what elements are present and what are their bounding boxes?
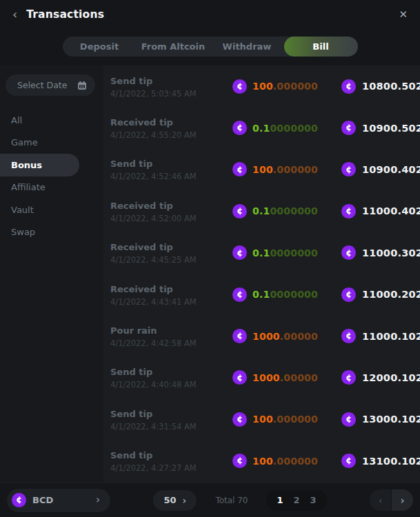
bcd-coin-icon: ¢	[341, 162, 356, 176]
footer-bar: ¢ BCD › 50 › Total 70 1 2 3 ‹ ›	[0, 483, 420, 517]
sidebar-item-bonus[interactable]: Bonus	[0, 154, 79, 176]
content-area: Select Date	[0, 65, 420, 483]
amount-decimals: .000000	[273, 81, 318, 92]
amount-integer: 100	[252, 414, 273, 425]
transaction-date: 4/1/2022, 4:42:58 AM	[110, 338, 232, 348]
transaction-date: 4/1/2022, 4:52:00 AM	[110, 214, 232, 223]
bcd-coin-icon: ¢	[12, 493, 26, 507]
filter-list: All Game Bonus Affiliate Vault Swap	[0, 109, 103, 243]
pagination-nav: ‹ ›	[370, 489, 413, 511]
page-number-1[interactable]: 1	[277, 495, 283, 505]
currency-selector[interactable]: ¢ BCD ›	[7, 489, 110, 512]
transaction-type: Send tip	[110, 450, 232, 460]
transaction-row: Send tip 4/1/2022, 4:31:54 AM ¢ 100.0000…	[110, 398, 420, 440]
filter-sidebar: Select Date	[0, 65, 103, 483]
amount-decimals: 0000000	[270, 289, 318, 300]
transaction-balance: ¢ 13100.1028	[341, 454, 420, 468]
transaction-amount: ¢ 100.000000	[232, 412, 341, 427]
amount-integer: 1000	[252, 331, 280, 342]
transaction-row: Received tip 4/1/2022, 4:43:41 AM ¢ 0.10…	[110, 274, 420, 315]
transaction-date: 4/1/2022, 4:31:54 AM	[110, 422, 232, 432]
transaction-balance: ¢ 11000.2028	[341, 287, 420, 302]
transaction-balance: ¢ 10800.5028	[341, 79, 420, 94]
bcd-coin-icon: ¢	[341, 329, 356, 343]
chevron-right-icon: ›	[96, 495, 100, 505]
bcd-coin-icon: ¢	[341, 245, 356, 260]
chevron-left-icon: ‹	[379, 496, 383, 505]
transaction-type: Send tip	[110, 409, 232, 419]
amount-decimals: 0000000	[270, 247, 318, 258]
tab-from-altcoin[interactable]: From Altcoin	[137, 37, 210, 57]
page-number-3[interactable]: 3	[310, 495, 317, 505]
bcd-coin-icon: ¢	[232, 121, 247, 135]
transaction-type: Received tip	[110, 117, 232, 128]
select-date-label: Select Date	[17, 80, 67, 90]
bcd-coin-icon: ¢	[232, 204, 247, 219]
amount-integer: 0.1	[252, 123, 270, 134]
tab-withdraw[interactable]: Withdraw	[210, 37, 284, 57]
transaction-balance: ¢ 11000.3028	[341, 245, 420, 260]
transaction-type: Send tip	[110, 367, 232, 377]
prev-page-button[interactable]: ‹	[370, 489, 391, 511]
transaction-amount: ¢ 1000.00000	[232, 329, 341, 343]
bcd-coin-icon: ¢	[232, 162, 247, 176]
transaction-type: Pour rain	[110, 325, 232, 336]
transaction-amount: ¢ 0.10000000	[232, 287, 341, 302]
transaction-date: 4/1/2022, 4:45:25 AM	[110, 255, 232, 265]
transactions-dialog: ‹ Transactions ✕ Deposit From Altcoin Wi…	[0, 0, 420, 517]
tab-deposit[interactable]: Deposit	[63, 37, 137, 57]
transaction-type: Send tip	[110, 76, 232, 86]
bcd-coin-icon: ¢	[232, 412, 247, 427]
sidebar-item-game[interactable]: Game	[0, 132, 103, 154]
transaction-date: 4/1/2022, 5:03:45 AM	[110, 89, 232, 99]
amount-decimals: 0000000	[270, 205, 318, 216]
transaction-balance: ¢ 12000.1028	[341, 370, 420, 385]
bcd-coin-icon: ¢	[232, 329, 247, 343]
balance-value: 10900.5028	[362, 123, 420, 134]
sidebar-item-swap[interactable]: Swap	[0, 221, 103, 244]
amount-decimals: .00000	[280, 331, 318, 342]
transaction-row: Received tip 4/1/2022, 4:45:25 AM ¢ 0.10…	[110, 232, 420, 274]
tab-bill[interactable]: Bill	[284, 37, 358, 57]
bcd-coin-icon: ¢	[341, 412, 356, 427]
balance-value: 11000.2028	[362, 289, 420, 300]
bcd-coin-icon: ¢	[341, 79, 356, 94]
back-icon[interactable]: ‹	[12, 8, 17, 21]
calendar-icon	[77, 81, 87, 90]
transaction-balance: ¢ 11000.1028	[341, 329, 420, 343]
bcd-coin-icon: ¢	[341, 121, 356, 135]
amount-integer: 0.1	[252, 205, 270, 216]
pagination: 1 2 3	[266, 490, 326, 511]
transaction-date: 4/1/2022, 4:55:20 AM	[110, 130, 232, 140]
chevron-right-icon: ›	[183, 496, 187, 505]
next-page-button[interactable]: ›	[392, 489, 413, 511]
transaction-row: Send tip 4/1/2022, 4:52:46 AM ¢ 100.0000…	[110, 149, 420, 190]
bcd-coin-icon: ¢	[232, 245, 247, 260]
transaction-date: 4/1/2022, 4:40:48 AM	[110, 380, 232, 389]
amount-decimals: 0000000	[270, 123, 318, 134]
transaction-amount: ¢ 100.000000	[232, 454, 341, 468]
balance-value: 10800.5028	[362, 81, 420, 92]
bcd-coin-icon: ¢	[232, 370, 247, 385]
transaction-amount: ¢ 0.10000000	[232, 204, 341, 219]
balance-value: 13100.1028	[362, 456, 420, 467]
sidebar-item-all[interactable]: All	[0, 109, 103, 132]
transaction-type: Received tip	[110, 284, 232, 294]
chevron-right-icon: ›	[401, 496, 405, 505]
dialog-header: ‹ Transactions ✕	[0, 0, 420, 29]
balance-value: 11000.4028	[362, 205, 420, 216]
balance-value: 13000.1028	[362, 414, 420, 425]
sidebar-item-vault[interactable]: Vault	[0, 199, 103, 221]
page-size-selector[interactable]: 50 ›	[153, 490, 197, 511]
page-number-2[interactable]: 2	[294, 495, 300, 505]
select-date-button[interactable]: Select Date	[6, 74, 95, 96]
sidebar-item-affiliate[interactable]: Affiliate	[0, 176, 103, 199]
bcd-coin-icon: ¢	[232, 454, 247, 468]
page-title: Transactions	[26, 8, 104, 21]
bcd-coin-icon: ¢	[232, 287, 247, 302]
transaction-amount: ¢ 100.000000	[232, 79, 341, 94]
close-icon[interactable]: ✕	[399, 8, 408, 21]
transaction-row: Send tip 4/1/2022, 5:03:45 AM ¢ 100.0000…	[110, 65, 420, 107]
transaction-amount: ¢ 0.10000000	[232, 121, 341, 135]
balance-value: 10900.4028	[362, 164, 420, 175]
